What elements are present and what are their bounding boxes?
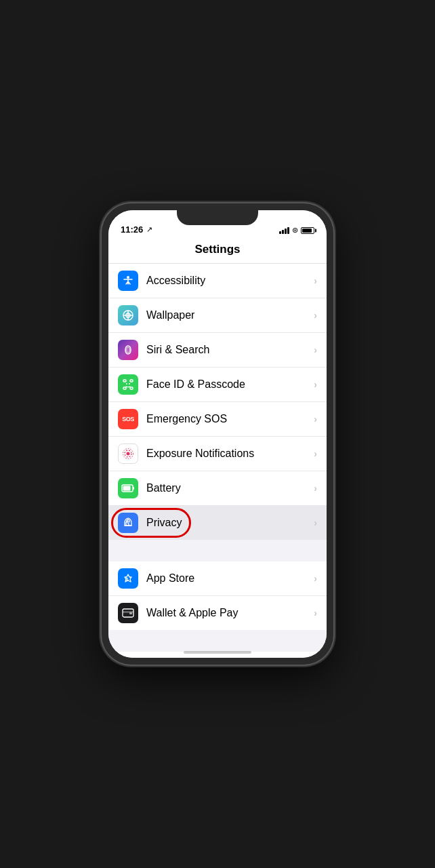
privacy-label: Privacy: [146, 517, 314, 529]
battery-icon: [118, 478, 138, 498]
settings-item-battery[interactable]: Battery ›: [108, 471, 327, 506]
svg-text:A: A: [125, 576, 129, 583]
section-divider-2: [108, 630, 327, 652]
wallpaper-icon: [118, 305, 138, 326]
settings-item-wallpaper[interactable]: Wallpaper ›: [108, 298, 327, 333]
emergency-chevron: ›: [314, 414, 317, 425]
emergency-label: Emergency SOS: [146, 413, 314, 425]
battery-label: Battery: [146, 482, 314, 494]
svg-rect-22: [129, 612, 132, 614]
exposure-label: Exposure Notifications: [146, 448, 314, 460]
wallpaper-label: Wallpaper: [146, 309, 314, 321]
wifi-icon: ⊛: [292, 226, 298, 235]
siri-chevron: ›: [314, 344, 317, 355]
phone-screen: 11:26 ↗ ⊛ Settings: [108, 210, 327, 658]
home-indicator: [184, 651, 251, 654]
accessibility-chevron: ›: [314, 275, 317, 286]
svg-point-12: [129, 383, 130, 384]
svg-rect-17: [123, 486, 131, 491]
settings-item-emergency[interactable]: SOS Emergency SOS ›: [108, 402, 327, 437]
location-icon: ↗: [146, 225, 152, 234]
wallet-chevron: ›: [314, 608, 317, 618]
wallet-icon: [118, 603, 138, 623]
notch: [177, 210, 258, 225]
svg-point-13: [127, 452, 130, 456]
settings-item-appstore[interactable]: A App Store ›: [108, 561, 327, 596]
appstore-icon: A: [118, 568, 138, 589]
wallet-label: Wallet & Apple Pay: [146, 607, 314, 619]
status-time: 11:26: [121, 224, 143, 235]
accessibility-icon: [118, 271, 138, 291]
siri-icon: [118, 340, 138, 360]
faceid-label: Face ID & Passcode: [146, 378, 314, 391]
exposure-chevron: ›: [314, 448, 317, 459]
privacy-icon: [118, 513, 138, 533]
accessibility-label: Accessibility: [146, 275, 314, 287]
siri-label: Siri & Search: [146, 344, 314, 356]
svg-rect-7: [123, 380, 126, 382]
sos-text: SOS: [122, 416, 134, 422]
svg-point-11: [126, 383, 127, 384]
settings-item-accessibility[interactable]: Accessibility ›: [108, 264, 327, 298]
svg-rect-10: [130, 387, 133, 389]
phone-frame: 11:26 ↗ ⊛ Settings: [102, 203, 333, 665]
settings-item-wallet[interactable]: Wallet & Apple Pay ›: [108, 596, 327, 630]
settings-item-faceid[interactable]: Face ID & Passcode ›: [108, 368, 327, 402]
battery-chevron: ›: [314, 483, 317, 494]
battery-fill: [302, 229, 312, 233]
appstore-label: App Store: [146, 572, 314, 585]
section-divider-1: [108, 540, 327, 561]
signal-bars: [279, 227, 289, 234]
faceid-icon: [118, 374, 138, 395]
bar4: [287, 227, 289, 234]
page-title: Settings: [108, 237, 327, 264]
exposure-icon: [118, 443, 138, 464]
svg-rect-8: [130, 380, 133, 382]
bar2: [282, 230, 284, 234]
settings-item-siri[interactable]: Siri & Search ›: [108, 333, 327, 368]
settings-group-2: A App Store › Wallet & Ap: [108, 561, 327, 630]
settings-item-exposure[interactable]: Exposure Notifications ›: [108, 437, 327, 471]
privacy-chevron: ›: [314, 517, 317, 528]
emergency-icon: SOS: [118, 409, 138, 429]
svg-point-0: [127, 276, 129, 279]
bar3: [285, 229, 287, 234]
faceid-chevron: ›: [314, 379, 317, 390]
settings-group-1: Accessibility › Wallpaper ›: [108, 264, 327, 540]
status-icons: ⊛: [279, 226, 314, 235]
svg-point-6: [127, 347, 129, 353]
appstore-chevron: ›: [314, 573, 317, 584]
bar1: [279, 231, 281, 234]
settings-item-privacy[interactable]: Privacy ›: [108, 506, 327, 540]
svg-rect-18: [133, 487, 134, 490]
battery-status-icon: [301, 227, 314, 234]
wallpaper-chevron: ›: [314, 310, 317, 321]
screen-content[interactable]: Settings Accessibility ›: [108, 237, 327, 658]
svg-rect-9: [123, 387, 126, 389]
